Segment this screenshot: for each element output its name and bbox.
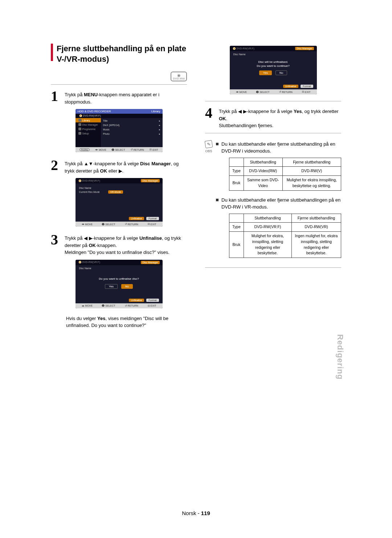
screenshot-library-menu: HDD & DVD RECORDERLibrary 📀 DVD-RW(VR:F)… [75, 109, 163, 152]
note-1: Du kan sluttbehandle eller fjerne sluttb… [216, 141, 341, 155]
step-number: 3 [51, 233, 62, 256]
note-block: ✎ OBS Du kan sluttbehandle eller fjerne … [205, 141, 341, 264]
step-3-text: Trykk på ◀ ▶-knappene for å velge Unfina… [65, 233, 187, 256]
screen-footer-bar: Anykey ◂▸ MOVE 🅢 SELECT ↺ RETURN ⊟ EXIT [75, 147, 163, 152]
disc-rw-icon: ◉ DVD-RW [171, 72, 187, 81]
unfinalise-button: Unfinalise [129, 217, 144, 220]
screenshot-continue-confirm: 📀 DVD-RW(VR:F)Disc Manager Disc Name Dis… [230, 46, 317, 94]
step-3-followup: Hvis du velger Yes, vises meldingen "Dis… [66, 315, 187, 329]
right-column: 📀 DVD-RW(VR:F)Disc Manager Disc Name Dis… [205, 44, 341, 329]
comparison-table-vr: SluttbehandlingFjerne sluttbehandling Ty… [229, 214, 341, 258]
no-button: No [121, 284, 133, 289]
yes-button: Yes [105, 284, 118, 289]
step-number: 1 [51, 90, 62, 105]
bullet-icon [216, 143, 219, 145]
menu-item-setup: Setup [75, 131, 101, 135]
screenshot-disc-manager: 📀 DVD-RW(VR:F)Disc Manager Disc Name Cur… [75, 178, 163, 227]
heading-accent-bar [51, 44, 53, 61]
disc-type-badge-wrap: ◉ DVD-RW [51, 72, 187, 81]
heading-text: Fjerne sluttbehandling på en plate V-/VR… [57, 44, 187, 64]
step-3: 3 Trykk på ◀ ▶-knappene for å velge Unfi… [51, 233, 187, 256]
step-4: 4 Trykk på ◀ ▶-knappene for å velge Yes,… [205, 106, 341, 129]
menu-item-programme: Programme [75, 127, 101, 131]
menu-item-library: Library [75, 118, 101, 122]
screenshot-unfinalise-confirm: 📀 DVD-RW(VR:F)Disc Manager Disc Name Do … [75, 260, 163, 308]
section-side-tab: Redigering [335, 334, 345, 380]
step-1: 1 Trykk på MENU-knappen mens apparatet e… [51, 90, 187, 105]
format-button: Format [146, 217, 159, 220]
divider [51, 84, 187, 85]
step-number: 2 [51, 159, 62, 174]
step-1-text: Trykk på MENU-knappen mens apparatet er … [65, 90, 187, 105]
note-2: Du kan sluttbehandle eller fjerne sluttb… [216, 197, 341, 211]
left-column: Fjerne sluttbehandling på en plate V-/VR… [51, 44, 187, 329]
page-footer: Norsk - 119 [0, 510, 392, 516]
step-2: 2 Trykk på ▲▼-knappene for å velge Disc … [51, 159, 187, 174]
note-icon: ✎ OBS [205, 141, 212, 264]
step-4-text: Trykk på ◀ ▶-knappene for å velge Yes, o… [219, 106, 341, 129]
section-heading: Fjerne sluttbehandling på en plate V-/VR… [51, 44, 187, 64]
bullet-icon [216, 199, 219, 201]
no-button: No [275, 70, 287, 75]
step-number: 4 [205, 106, 216, 129]
menu-item-disc-manager: Disc Manager [75, 122, 101, 127]
comparison-table-video: SluttbehandlingFjerne sluttbehandling Ty… [229, 158, 341, 191]
step-2-text: Trykk på ▲▼-knappene for å velge Disc Ma… [65, 159, 187, 174]
yes-button: Yes [259, 70, 272, 75]
